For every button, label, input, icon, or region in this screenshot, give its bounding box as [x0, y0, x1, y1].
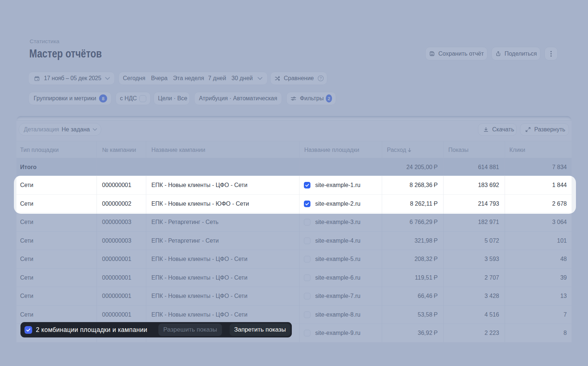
- svg-text:?: ?: [320, 76, 322, 81]
